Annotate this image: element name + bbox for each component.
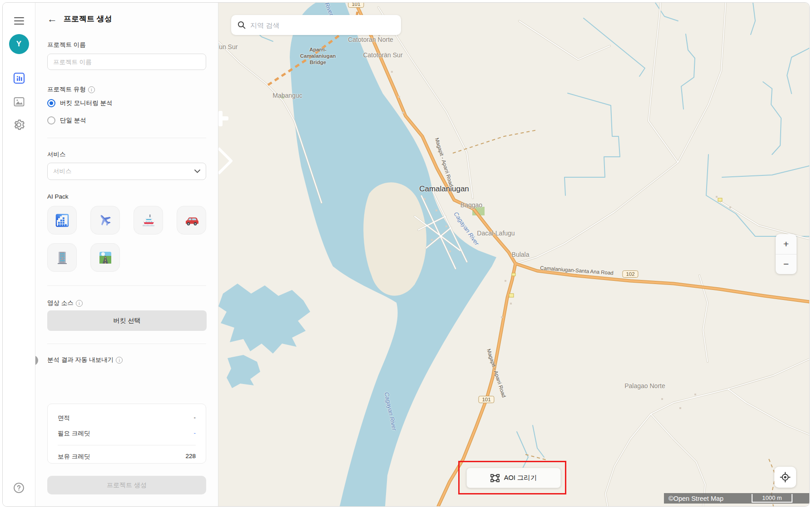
settings-gear-icon[interactable] xyxy=(13,118,25,131)
ai-pack-ship[interactable] xyxy=(134,206,163,235)
auto-export-label: 분석 결과 자동 내보내기i xyxy=(47,356,123,364)
map-attribution-bar: ©Open Street Map 1000 m xyxy=(664,493,809,504)
info-icon[interactable]: i xyxy=(116,357,123,364)
radio-single-analysis[interactable]: 단일 분석 xyxy=(47,116,86,125)
draw-aoi-button[interactable]: AOI 그리기 xyxy=(466,468,561,488)
locate-crosshair-icon xyxy=(780,472,791,483)
map-canvas[interactable]: River Catotoran Norte Catotoran Sur Apar… xyxy=(218,3,809,506)
analytics-icon[interactable] xyxy=(13,72,25,85)
project-create-panel: ← 프로젝트 생성 프로젝트 이름 프로젝트 유형i 버킷 모니터링 분석 단일… xyxy=(35,3,218,506)
summary-row-required-credits: 필요 크레딧 - xyxy=(58,429,196,438)
building-footprint-icon xyxy=(54,213,70,228)
zoom-in-button[interactable]: + xyxy=(776,234,797,254)
ship-icon xyxy=(140,212,157,229)
project-type-label: 프로젝트 유형i xyxy=(47,85,95,94)
app-window: Y ← 프로젝트 생성 프로젝트 이름 프로젝트 유형i 버킷 모니터링 분석 xyxy=(2,2,810,507)
service-label: 서비스 xyxy=(47,150,66,159)
image-source-label: 영상 소스i xyxy=(47,299,83,307)
service-select[interactable]: 서비스 xyxy=(47,163,206,180)
road-shield-101-bottom: 101 xyxy=(478,396,494,403)
search-input[interactable] xyxy=(250,21,395,29)
info-icon[interactable]: i xyxy=(76,300,83,307)
owned-credits-value: 228 xyxy=(185,453,196,461)
summary-row-area: 면적 - xyxy=(58,414,196,422)
back-arrow-icon[interactable]: ← xyxy=(47,14,57,24)
create-project-button[interactable]: 프로젝트 생성 xyxy=(47,476,206,494)
radio-bucket-monitoring[interactable]: 버킷 모니터링 분석 xyxy=(47,99,113,107)
summary-row-owned-credits: 보유 크레딧 228 xyxy=(58,453,196,461)
vehicle-icon xyxy=(183,212,200,229)
ai-pack-building-footprint[interactable] xyxy=(47,206,77,235)
icon-rail: Y xyxy=(3,3,35,506)
select-bucket-button[interactable]: 버킷 선택 xyxy=(47,310,207,331)
project-name-input[interactable] xyxy=(47,54,206,70)
ai-pack-building[interactable] xyxy=(47,243,77,272)
bounding-box-icon xyxy=(490,474,500,483)
avatar[interactable]: Y xyxy=(9,34,29,54)
credit-summary-card: 면적 - 필요 크레딧 - 보유 크레딧 228 xyxy=(47,404,206,464)
ai-pack-road[interactable] xyxy=(90,243,120,272)
road-icon xyxy=(97,250,114,266)
help-icon[interactable] xyxy=(13,482,25,494)
road-shield-102: 102 xyxy=(622,270,638,278)
page-title: 프로젝트 생성 xyxy=(64,14,112,24)
menu-icon[interactable] xyxy=(13,16,25,25)
aircraft-icon xyxy=(97,212,114,229)
map-basemap xyxy=(218,3,809,506)
imagery-icon[interactable] xyxy=(13,95,25,108)
required-credits-value: - xyxy=(194,429,196,438)
project-name-label: 프로젝트 이름 xyxy=(47,41,86,49)
locate-button[interactable] xyxy=(774,467,796,488)
scale-bar: 1000 m xyxy=(752,494,792,503)
map-search-box[interactable] xyxy=(231,15,401,35)
zoom-control: + − xyxy=(776,234,797,274)
building-icon xyxy=(54,250,70,266)
radio-unselected-icon xyxy=(47,116,55,125)
area-value: - xyxy=(194,414,196,422)
zoom-out-button[interactable]: − xyxy=(776,254,797,274)
search-icon xyxy=(238,21,246,29)
info-icon[interactable]: i xyxy=(88,86,95,93)
chevron-down-icon xyxy=(194,170,200,173)
attribution-text: ©Open Street Map xyxy=(664,495,723,502)
road-shield-101-top: 101 xyxy=(348,3,364,8)
radio-selected-icon xyxy=(47,99,55,107)
ai-pack-vehicle[interactable] xyxy=(177,206,206,235)
ai-pack-label: AI Pack xyxy=(47,193,69,200)
ai-pack-aircraft[interactable] xyxy=(90,206,120,235)
